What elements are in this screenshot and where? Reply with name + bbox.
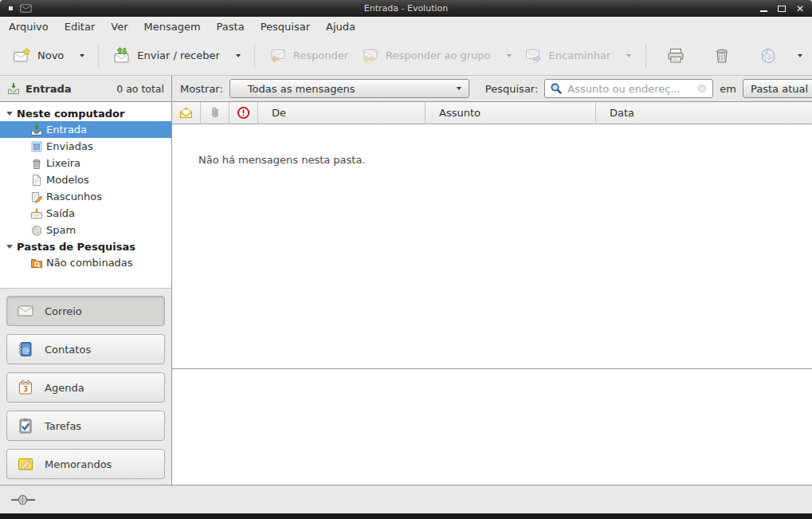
switcher-label: Agenda bbox=[45, 382, 84, 394]
folder-entrada[interactable]: Entrada bbox=[0, 121, 171, 138]
menu-editar[interactable]: Editar bbox=[57, 18, 104, 35]
reply-all-icon bbox=[361, 46, 380, 65]
print-button[interactable] bbox=[659, 41, 692, 70]
menu-ajuda[interactable]: Ajuda bbox=[318, 18, 363, 35]
new-mail-icon bbox=[13, 46, 32, 65]
component-switcher: Correio @ Contatos 3 Agenda Tarefas Memo… bbox=[0, 288, 171, 485]
folder-search-icon bbox=[30, 257, 43, 269]
folder-count: 0 ao total bbox=[116, 83, 164, 95]
column-assunto[interactable]: Assunto bbox=[426, 102, 596, 124]
junk-button[interactable] bbox=[751, 41, 785, 70]
reply-all-label: Responder ao grupo bbox=[386, 49, 491, 61]
maximize-button[interactable] bbox=[777, 4, 787, 14]
new-message-dropdown-icon[interactable] bbox=[80, 54, 84, 57]
column-important[interactable] bbox=[229, 102, 258, 124]
toolbar-separator bbox=[645, 44, 646, 68]
folder-modelos[interactable]: Modelos bbox=[0, 171, 171, 188]
inbox-icon bbox=[30, 124, 43, 136]
em-label: em bbox=[720, 83, 736, 95]
forward-label: Encaminhar bbox=[549, 49, 611, 61]
folder-saida[interactable]: Saída bbox=[0, 205, 171, 222]
reply-button[interactable]: Responder bbox=[262, 41, 355, 70]
minimize-button[interactable] bbox=[759, 4, 768, 14]
preview-pane[interactable] bbox=[172, 368, 812, 485]
search-scope-value: Pasta atual bbox=[751, 83, 808, 95]
folder-tree: Neste computador Entrada Enviadas Lixeir… bbox=[0, 102, 171, 288]
folder-label: Spam bbox=[46, 224, 76, 236]
search-input[interactable] bbox=[567, 83, 692, 95]
switcher-correio[interactable]: Correio bbox=[6, 296, 165, 326]
plug-icon[interactable] bbox=[10, 494, 36, 505]
folder-spam[interactable]: Spam bbox=[0, 222, 171, 238]
switcher-memorandos[interactable]: Memorandos bbox=[6, 449, 165, 479]
folder-label: Rascunhos bbox=[46, 191, 102, 202]
expander-icon[interactable] bbox=[6, 245, 13, 249]
switcher-agenda[interactable]: 3 Agenda bbox=[6, 372, 165, 403]
menu-pesquisar[interactable]: Pesquisar bbox=[253, 18, 318, 35]
show-filter-dropdown[interactable]: Todas as mensagens bbox=[229, 79, 469, 98]
templates-icon bbox=[30, 174, 43, 187]
titlebar-left bbox=[9, 4, 32, 13]
bottom-edge bbox=[0, 513, 812, 519]
column-de[interactable]: De bbox=[258, 102, 426, 124]
folder-label: Enviadas bbox=[46, 140, 93, 152]
calendar-icon: 3 bbox=[17, 379, 34, 396]
switcher-label: Correio bbox=[45, 305, 82, 317]
search-entry[interactable] bbox=[544, 79, 713, 98]
expander-icon[interactable] bbox=[6, 112, 13, 116]
empty-folder-message: Não há mensagens nesta pasta. bbox=[198, 154, 366, 166]
folder-group-pastas-de-pesquisas[interactable]: Pastas de Pesquisas bbox=[0, 238, 171, 254]
svg-text:@: @ bbox=[22, 345, 30, 354]
filter-controls: Mostrar: Todas as mensagens Pesquisar: e… bbox=[172, 76, 812, 101]
folder-rascunhos[interactable]: Rascunhos bbox=[0, 188, 171, 205]
folder-label: Modelos bbox=[46, 174, 89, 186]
folder-label: Lixeira bbox=[46, 157, 80, 169]
folder-label: Não combinadas bbox=[46, 257, 133, 269]
close-button[interactable]: ✕ bbox=[795, 4, 805, 14]
menu-pasta[interactable]: Pasta bbox=[209, 18, 253, 35]
folder-header: Entrada 0 ao total bbox=[0, 76, 172, 101]
pesquisar-label: Pesquisar: bbox=[485, 83, 539, 95]
forward-button[interactable]: Encaminhar bbox=[518, 41, 638, 70]
inbox-icon bbox=[7, 82, 20, 95]
switcher-tarefas[interactable]: Tarefas bbox=[6, 411, 165, 441]
app-body: Neste computador Entrada Enviadas Lixeir… bbox=[0, 102, 812, 485]
reply-all-dropdown-icon[interactable] bbox=[507, 54, 512, 57]
message-list[interactable]: Não há mensagens nesta pasta. bbox=[172, 124, 812, 368]
folder-label: Saída bbox=[46, 207, 75, 219]
dropdown-arrow-icon bbox=[457, 87, 461, 90]
filterbar: Entrada 0 ao total Mostrar: Todas as men… bbox=[0, 76, 812, 102]
menubar: Arquivo Editar Ver Mensagem Pasta Pesqui… bbox=[0, 17, 812, 36]
delete-button[interactable] bbox=[705, 41, 739, 70]
toolbar-overflow-icon[interactable] bbox=[798, 54, 802, 57]
memos-icon bbox=[17, 455, 34, 473]
folder-enviadas[interactable]: Enviadas bbox=[0, 138, 171, 155]
toolbar-separator bbox=[98, 44, 99, 68]
group-label: Pastas de Pesquisas bbox=[17, 241, 135, 253]
reply-label: Responder bbox=[293, 49, 348, 61]
read-status-icon bbox=[179, 107, 193, 119]
column-read-status[interactable] bbox=[172, 102, 201, 124]
send-receive-button[interactable]: Enviar / receber bbox=[106, 41, 247, 70]
column-label: De bbox=[272, 107, 286, 119]
new-message-label: Novo bbox=[37, 49, 64, 61]
folder-lixeira[interactable]: Lixeira bbox=[0, 155, 171, 171]
new-message-button[interactable]: Novo bbox=[6, 41, 91, 70]
switcher-contatos[interactable]: @ Contatos bbox=[6, 334, 165, 364]
folder-nao-combinadas[interactable]: Não combinadas bbox=[0, 254, 171, 271]
column-attachment[interactable] bbox=[201, 102, 229, 124]
menu-mensagem[interactable]: Mensagem bbox=[136, 18, 209, 35]
mostrar-label: Mostrar: bbox=[180, 83, 223, 95]
send-receive-dropdown-icon[interactable] bbox=[236, 54, 241, 57]
search-scope-dropdown[interactable]: Pasta atual bbox=[743, 79, 812, 98]
titlebar[interactable]: Entrada - Evolution ✕ bbox=[0, 0, 812, 17]
reply-all-button[interactable]: Responder ao grupo bbox=[355, 41, 518, 70]
menu-arquivo[interactable]: Arquivo bbox=[1, 18, 57, 35]
menu-ver[interactable]: Ver bbox=[103, 18, 135, 35]
column-data[interactable]: Data bbox=[596, 102, 812, 124]
folder-title: Entrada bbox=[25, 83, 72, 95]
folder-group-neste-computador[interactable]: Neste computador bbox=[0, 105, 171, 121]
svg-text:3: 3 bbox=[23, 385, 28, 393]
clear-icon[interactable] bbox=[696, 83, 708, 94]
forward-dropdown-icon[interactable] bbox=[626, 54, 631, 57]
